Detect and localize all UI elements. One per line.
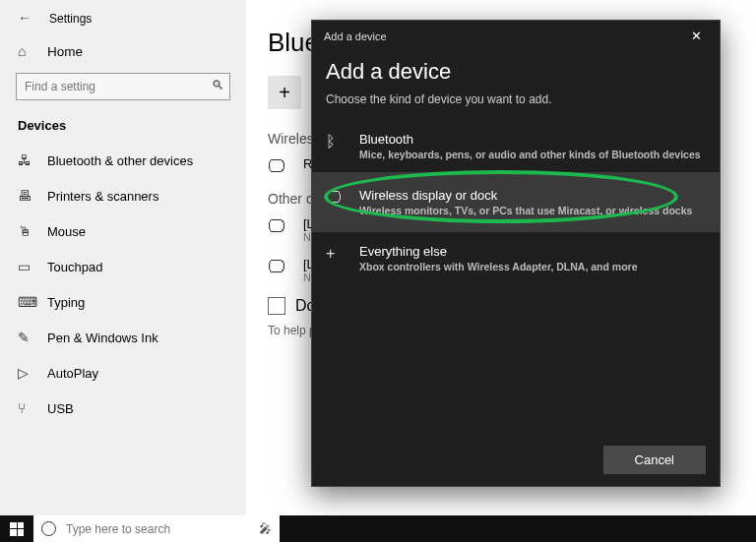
option-desc: Mice, keyboards, pens, or audio and othe… bbox=[359, 149, 701, 160]
sidebar-item-usb[interactable]: ⑂USB bbox=[0, 391, 246, 426]
sidebar-item-label: Touchpad bbox=[47, 260, 102, 274]
sidebar-item-printers[interactable]: 🖶Printers & scanners bbox=[0, 178, 246, 213]
autoplay-icon: ▷ bbox=[18, 365, 33, 381]
cancel-button[interactable]: Cancel bbox=[603, 446, 706, 474]
find-setting-input[interactable] bbox=[16, 73, 230, 100]
windows-icon bbox=[10, 522, 24, 536]
plus-icon: + bbox=[268, 76, 301, 109]
pen-icon: ✎ bbox=[18, 330, 33, 345]
dialog-titlebar-text: Add a device bbox=[324, 30, 387, 42]
dialog-option-wireless-display[interactable]: 🖵 Wireless display or dock Wireless moni… bbox=[312, 172, 720, 232]
taskbar: Type here to search 🎤︎ bbox=[0, 515, 756, 542]
mouse-icon: 🖱 bbox=[18, 223, 33, 239]
display-icon: 🖵 bbox=[326, 189, 347, 207]
bluetooth-icon: 🖧 bbox=[18, 152, 33, 168]
dialog-heading: Add a device bbox=[312, 49, 720, 89]
sidebar-item-label: Mouse bbox=[47, 224, 86, 239]
option-title: Wireless display or dock bbox=[359, 188, 692, 203]
taskbar-search[interactable]: Type here to search 🎤︎ bbox=[33, 515, 280, 542]
settings-title: Settings bbox=[49, 12, 92, 26]
sidebar-item-label: Pen & Windows Ink bbox=[47, 331, 158, 345]
keyboard-icon: ⌨ bbox=[18, 294, 33, 310]
monitor-icon: 🖵 bbox=[268, 156, 293, 177]
start-button[interactable] bbox=[0, 515, 33, 542]
taskbar-rest bbox=[280, 515, 756, 542]
option-title: Everything else bbox=[359, 244, 638, 259]
cortana-icon bbox=[41, 521, 56, 536]
sidebar-item-label: Bluetooth & other devices bbox=[47, 153, 193, 168]
plus-icon: + bbox=[326, 245, 347, 263]
sidebar-item-pen[interactable]: ✎Pen & Windows Ink bbox=[0, 320, 246, 355]
sidebar-item-autoplay[interactable]: ▷AutoPlay bbox=[0, 355, 246, 391]
sidebar-item-label: Typing bbox=[47, 295, 85, 310]
search-icon: 🔍︎ bbox=[212, 78, 224, 92]
download-checkbox[interactable] bbox=[268, 297, 285, 315]
printer-icon: 🖶 bbox=[18, 188, 33, 204]
taskbar-search-placeholder: Type here to search bbox=[66, 522, 170, 536]
add-device-dialog: Add a device ✕ Add a device Choose the k… bbox=[311, 20, 721, 487]
sidebar-home-label: Home bbox=[47, 44, 83, 59]
dual-monitor-icon: 🖵 bbox=[268, 216, 293, 237]
sidebar-item-mouse[interactable]: 🖱Mouse bbox=[0, 213, 246, 249]
back-button[interactable]: ← bbox=[18, 10, 35, 28]
sidebar-item-typing[interactable]: ⌨Typing bbox=[0, 284, 246, 320]
touchpad-icon: ▭ bbox=[18, 259, 33, 274]
sidebar-item-bluetooth[interactable]: 🖧Bluetooth & other devices bbox=[0, 143, 246, 178]
dialog-subtitle: Choose the kind of device you want to ad… bbox=[312, 89, 720, 120]
sidebar-item-label: Printers & scanners bbox=[47, 189, 158, 204]
sidebar-item-label: USB bbox=[47, 401, 74, 416]
dual-monitor-icon: 🖵 bbox=[268, 257, 293, 277]
settings-sidebar: ← Settings ⌂ Home 🔍︎ Devices 🖧Bluetooth … bbox=[0, 0, 246, 515]
mic-icon: 🎤︎ bbox=[259, 521, 272, 536]
sidebar-item-touchpad[interactable]: ▭Touchpad bbox=[0, 249, 246, 284]
dialog-option-everything-else[interactable]: + Everything else Xbox controllers with … bbox=[312, 232, 720, 284]
option-title: Bluetooth bbox=[359, 132, 701, 147]
option-desc: Wireless monitors, TVs, or PCs that use … bbox=[359, 205, 692, 216]
sidebar-home[interactable]: ⌂ Home bbox=[0, 35, 246, 67]
bluetooth-icon: ᛒ bbox=[326, 133, 347, 151]
sidebar-item-label: AutoPlay bbox=[47, 366, 98, 381]
option-desc: Xbox controllers with Wireless Adapter, … bbox=[359, 261, 638, 272]
dialog-option-bluetooth[interactable]: ᛒ Bluetooth Mice, keyboards, pens, or au… bbox=[312, 120, 720, 172]
home-icon: ⌂ bbox=[18, 43, 33, 59]
sidebar-section-heading: Devices bbox=[0, 112, 246, 143]
usb-icon: ⑂ bbox=[18, 400, 33, 416]
dialog-close-button[interactable]: ✕ bbox=[685, 27, 708, 45]
